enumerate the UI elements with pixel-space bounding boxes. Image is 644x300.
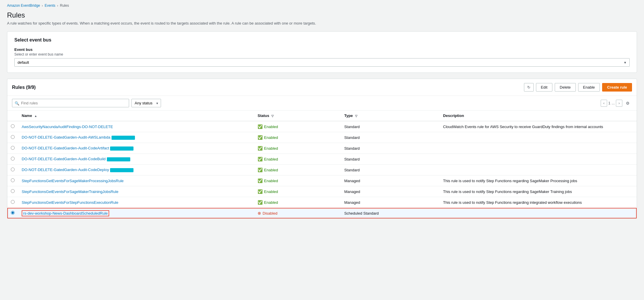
status-text-2: Enabled xyxy=(264,135,278,140)
delete-button[interactable]: Delete xyxy=(555,83,576,92)
event-bus-hint: Select or enter event bus name xyxy=(14,52,630,56)
refresh-button[interactable]: ↻ xyxy=(524,83,534,92)
page-ellipsis: ... xyxy=(612,101,615,105)
status-enabled-2: ✅ Enabled xyxy=(258,135,337,140)
row-radio-2[interactable] xyxy=(11,135,15,139)
rule-description-9 xyxy=(440,208,637,219)
status-icon-enabled-7: ✅ xyxy=(258,189,263,194)
breadcrumb-sep-2: › xyxy=(57,4,58,7)
row-radio-1[interactable] xyxy=(11,124,15,128)
breadcrumb-events[interactable]: Events xyxy=(44,4,55,8)
rule-type-7: Managed xyxy=(341,186,440,197)
col-type-header[interactable]: Type ▽ xyxy=(341,111,440,121)
event-bus-select[interactable]: default xyxy=(14,58,630,67)
redacted-bar-3 xyxy=(110,146,133,151)
rule-type-9: Scheduled Standard xyxy=(341,208,440,219)
status-text-3: Enabled xyxy=(264,146,278,151)
rule-type-2: Standard xyxy=(341,132,440,143)
col-radio xyxy=(7,111,18,121)
status-icon-enabled-6: ✅ xyxy=(258,178,263,183)
status-filter-select[interactable]: Any status Enabled Disabled xyxy=(131,99,161,107)
rules-actions: ↻ Edit Delete Enable Create rule xyxy=(524,83,632,92)
status-icon-enabled-3: ✅ xyxy=(258,146,263,151)
page-description: A rule watches for specific types of eve… xyxy=(7,21,637,25)
rules-count: (9/9) xyxy=(26,85,36,90)
search-input[interactable] xyxy=(12,99,129,107)
breadcrumb-eventbridge[interactable]: Amazon EventBridge xyxy=(7,4,40,8)
row-radio-5[interactable] xyxy=(11,168,15,171)
rule-name-link-8[interactable]: StepFunctionsGetEventsForStepFunctionsEx… xyxy=(22,200,118,205)
row-radio-4[interactable] xyxy=(11,157,15,161)
status-enabled-8: ✅ Enabled xyxy=(258,200,337,205)
edit-button[interactable]: Edit xyxy=(536,83,552,92)
event-bus-label: Event bus xyxy=(14,47,630,52)
prev-page-button[interactable]: ‹ xyxy=(601,100,607,107)
table-row: StepFunctionsGetEventsForSageMakerTraini… xyxy=(7,186,637,197)
create-rule-button[interactable]: Create rule xyxy=(602,83,632,92)
status-icon-enabled-5: ✅ xyxy=(258,168,263,172)
breadcrumb-sep-1: › xyxy=(42,4,43,7)
rule-name-link-9[interactable]: rs-dev-workshop-News-DashboardScheduledR… xyxy=(22,210,109,216)
table-row: StepFunctionsGetEventsForSageMakerProces… xyxy=(7,175,637,186)
rules-table: Name ▲ Status ▽ Type ▽ Description AwsSe… xyxy=(7,111,637,218)
table-settings-button[interactable]: ⚙ xyxy=(624,100,632,107)
breadcrumb: Amazon EventBridge › Events › Rules xyxy=(0,0,644,11)
rule-description-4 xyxy=(440,154,637,165)
rule-name-link-2[interactable]: DO-NOT-DELETE-GatedGarden-Audit-AWSLambd… xyxy=(22,135,110,139)
redacted-bar-4 xyxy=(107,157,130,161)
rule-description-6: This rule is used to notify Step Functio… xyxy=(440,175,637,186)
rules-title: Rules (9/9) xyxy=(12,85,36,90)
status-text-5: Enabled xyxy=(264,168,278,172)
table-row: AwsSecurityNacundaAuditFindings-DO-NOT-D… xyxy=(7,121,637,132)
status-text-9: Disabled xyxy=(263,211,278,215)
breadcrumb-rules: Rules xyxy=(60,4,69,8)
col-name-header[interactable]: Name ▲ xyxy=(18,111,254,121)
name-sort-icon: ▲ xyxy=(34,114,37,118)
type-sort-icon: ▽ xyxy=(355,114,357,118)
rule-name-link-1[interactable]: AwsSecurityNacundaAuditFindings-DO-NOT-D… xyxy=(22,125,113,129)
rule-type-8: Managed xyxy=(341,197,440,208)
rule-type-1: Standard xyxy=(341,121,440,132)
search-input-wrapper: 🔍 xyxy=(12,99,129,107)
search-icon: 🔍 xyxy=(15,101,19,105)
rule-name-link-4[interactable]: DO-NOT-DELETE-GatedGarden-Audit-CodeBuil… xyxy=(22,157,106,161)
event-bus-panel-title: Select event bus xyxy=(14,37,630,43)
status-text-8: Enabled xyxy=(264,200,278,205)
next-page-button[interactable]: › xyxy=(616,100,622,107)
row-radio-6[interactable] xyxy=(11,178,15,182)
row-radio-9[interactable] xyxy=(11,211,15,215)
rule-name-link-3[interactable]: DO-NOT-DELETE-GatedGarden-Audit-CodeArti… xyxy=(22,146,109,150)
rule-name-link-5[interactable]: DO-NOT-DELETE-GatedGarden-Audit-CodeDepl… xyxy=(22,168,109,172)
table-row: DO-NOT-DELETE-GatedGarden-Audit-CodeDepl… xyxy=(7,165,637,175)
status-icon-enabled-4: ✅ xyxy=(258,157,263,161)
enable-button[interactable]: Enable xyxy=(578,83,600,92)
rule-description-5 xyxy=(440,165,637,175)
row-radio-3[interactable] xyxy=(11,146,15,150)
status-enabled-4: ✅ Enabled xyxy=(258,157,337,161)
status-text-4: Enabled xyxy=(264,157,278,161)
status-filter: Any status Enabled Disabled ▼ xyxy=(131,99,161,107)
status-text-1: Enabled xyxy=(264,125,278,129)
rule-description-2 xyxy=(440,132,637,143)
row-radio-7[interactable] xyxy=(11,189,15,193)
redacted-bar-2 xyxy=(112,136,135,140)
table-row: DO-NOT-DELETE-GatedGarden-Audit-CodeArti… xyxy=(7,143,637,154)
current-page: 1 xyxy=(608,101,610,105)
col-status-header[interactable]: Status ▽ xyxy=(254,111,341,121)
status-icon-disabled-9: ⊗ xyxy=(258,211,261,215)
event-bus-panel: Select event bus Event bus Select or ent… xyxy=(7,31,637,73)
status-text-6: Enabled xyxy=(264,179,278,183)
rule-description-8: This rule is used to notify Step Functio… xyxy=(440,197,637,208)
rule-type-3: Standard xyxy=(341,143,440,154)
redacted-bar-5 xyxy=(110,168,133,172)
rule-description-1: CloudWatch Events rule for AWS Security … xyxy=(440,121,637,132)
status-enabled-7: ✅ Enabled xyxy=(258,189,337,194)
page-title: Rules xyxy=(7,11,637,19)
table-row: DO-NOT-DELETE-GatedGarden-Audit-AWSLambd… xyxy=(7,132,637,143)
rules-section: Rules (9/9) ↻ Edit Delete Enable Create … xyxy=(7,79,637,219)
row-radio-8[interactable] xyxy=(11,200,15,204)
event-bus-field: Event bus Select or enter event bus name… xyxy=(14,47,630,67)
rule-name-link-6[interactable]: StepFunctionsGetEventsForSageMakerProces… xyxy=(22,179,124,183)
rule-name-link-7[interactable]: StepFunctionsGetEventsForSageMakerTraini… xyxy=(22,189,118,194)
rule-type-6: Managed xyxy=(341,175,440,186)
